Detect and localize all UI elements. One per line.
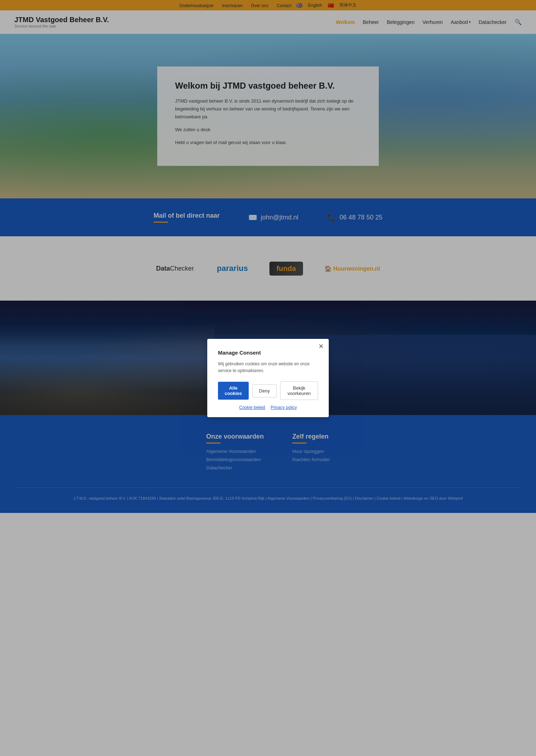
cookie-modal: Manage Consent ✕ Wij gebruiken cookies o… — [207, 339, 329, 417]
cookie-title: Manage Consent — [218, 350, 318, 356]
cookie-text: Wij gebruiken cookies om onze website en… — [218, 361, 318, 374]
cookie-accept-button[interactable]: Alle cookies — [218, 382, 249, 400]
cookie-deny-button[interactable]: Deny — [252, 384, 277, 397]
cookie-overlay: Manage Consent ✕ Wij gebruiken cookies o… — [0, 0, 536, 513]
cookie-buttons: Alle cookies Deny Bekijk voorkeuren — [218, 381, 318, 400]
privacy-policy-link[interactable]: Privacy policy — [271, 405, 297, 410]
cookie-policy-link[interactable]: Cookie beleid — [239, 405, 265, 410]
cookie-links: Cookie beleid Privacy policy — [218, 405, 318, 410]
cookie-preferences-button[interactable]: Bekijk voorkeuren — [280, 381, 318, 400]
cookie-close-button[interactable]: ✕ — [318, 342, 324, 350]
